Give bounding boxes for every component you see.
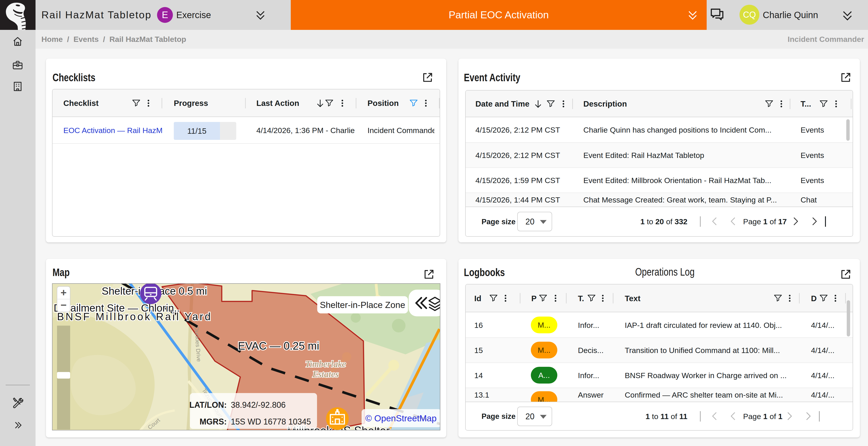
svg-text:−: −: [61, 299, 67, 311]
svg-text:© OpenStreetMap: © OpenStreetMap: [366, 413, 437, 423]
svg-text:38.942/-92.806: 38.942/-92.806: [231, 400, 285, 410]
svg-text:LAT/LON:: LAT/LON:: [189, 400, 227, 410]
svg-text:15S WD 16778 10345: 15S WD 16778 10345: [231, 417, 311, 426]
svg-text:Estates: Estates: [312, 369, 339, 379]
svg-text:MGRS:: MGRS:: [199, 417, 227, 426]
svg-text:+: +: [61, 287, 67, 298]
svg-text:EVAC — 0.25 mi: EVAC — 0.25 mi: [238, 340, 319, 352]
svg-text:Shelter-in-Place Zone: Shelter-in-Place Zone: [320, 300, 405, 310]
svg-text:Timberlake: Timberlake: [305, 359, 346, 369]
svg-text:BNSF Millbrook Rail Yard: BNSF Millbrook Rail Yard: [57, 311, 212, 322]
